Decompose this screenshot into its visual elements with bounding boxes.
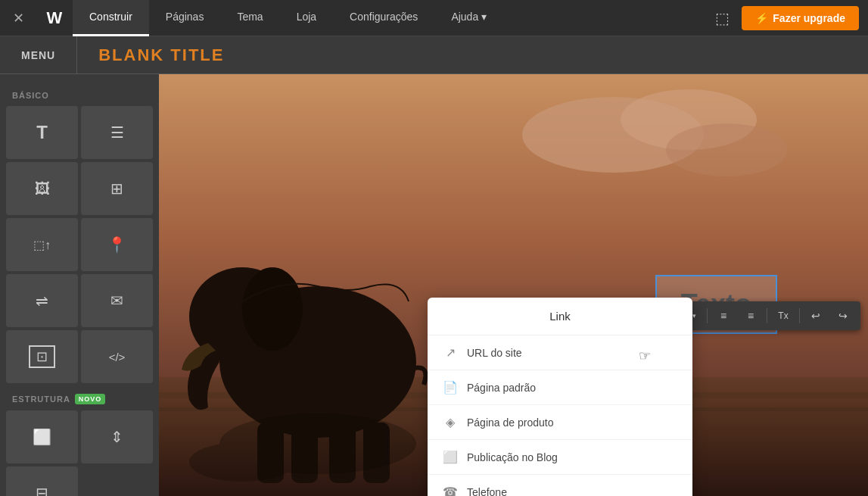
device-toggle-button[interactable]: ⬚	[709, 9, 736, 27]
map-icon: 📍	[107, 236, 126, 254]
product-icon: ◈	[443, 415, 458, 429]
toolbar-list-button[interactable]: ≡	[711, 304, 736, 327]
link-option-phone-label: Telefone	[467, 486, 507, 497]
upgrade-label: Fazer upgrade	[773, 12, 845, 24]
page-title: BLANK TITLE	[77, 45, 245, 65]
svg-point-3	[666, 123, 787, 176]
redo-icon: ↪	[838, 310, 848, 322]
tab-construir[interactable]: Construir	[73, 0, 149, 36]
button-icon: ⊡	[29, 345, 55, 368]
toolbar-undo-button[interactable]: ↩	[803, 304, 829, 327]
sidebar-item-button[interactable]: ⊡	[6, 330, 78, 383]
sidebar-item-divider[interactable]: ⇌	[6, 274, 78, 327]
spacer-icon: ⇕	[110, 428, 123, 446]
link-option-page[interactable]: 📄 Página padrão	[428, 370, 692, 405]
tab-loja[interactable]: Loja	[280, 0, 333, 36]
contact-icon: ✉	[110, 292, 123, 310]
toolbar-divider-3	[799, 308, 800, 323]
link-option-product[interactable]: ◈ Página de produto	[428, 405, 692, 440]
text-icon: T	[36, 122, 48, 143]
link-option-url[interactable]: ↗ URL do site ☞	[428, 335, 692, 370]
top-nav: ✕ W Construir Páginas Tema Loja Configur…	[0, 0, 868, 36]
link-option-product-label: Página de produto	[467, 416, 553, 429]
close-icon: ✕	[13, 10, 24, 27]
svg-point-15	[189, 442, 295, 482]
upgrade-button[interactable]: ⚡ Fazer upgrade	[742, 6, 859, 30]
sidebar-item-spacer[interactable]: ⇕	[81, 410, 153, 463]
link-option-blog-label: Publicação no Blog	[467, 451, 558, 463]
sidebar-item-image[interactable]: 🖼	[6, 162, 78, 215]
sidebar-item-code[interactable]: </>	[81, 330, 153, 383]
sidebar-item-slideshow[interactable]: ⬚↑	[6, 218, 78, 271]
sidebar-item-contact[interactable]: ✉	[81, 274, 153, 327]
sidebar-grid-estrutura: ⬜ ⇕ ⊟	[6, 410, 153, 496]
toolbar-clear-format-button[interactable]: Tx	[770, 304, 796, 327]
ordered-list-icon: ≡	[748, 310, 754, 322]
sidebar-grid-basico: T ☰ 🖼 ⊞ ⬚↑ 📍 ⇌ ✉ ⊡	[6, 106, 153, 383]
phone-icon: ☎	[443, 485, 458, 496]
upgrade-icon: ⚡	[755, 12, 768, 24]
close-button[interactable]: ✕	[0, 0, 36, 36]
page-icon: 📄	[443, 380, 458, 395]
novo-badge: NOVO	[75, 394, 106, 404]
svg-point-9	[242, 267, 303, 351]
estrutura-label: ESTRUTURA NOVO	[6, 389, 153, 410]
url-icon: ↗	[443, 345, 458, 360]
menu-tab[interactable]: MENU	[0, 36, 77, 73]
link-dropdown: Link ↗ URL do site ☞ 📄 Página padrão ◈ P…	[428, 298, 692, 496]
toolbar-ordered-list-button[interactable]: ≡	[738, 304, 764, 327]
cursor-pointer-icon: ☞	[639, 348, 651, 364]
logo: W	[36, 0, 73, 36]
blog-icon: ⬜	[443, 450, 458, 464]
toolbar-divider-2	[767, 308, 767, 323]
image-icon: 🖼	[35, 180, 50, 198]
sidebar-item-gallery[interactable]: ⊞	[81, 162, 153, 215]
link-option-phone[interactable]: ☎ Telefone	[428, 475, 692, 496]
tab-tema[interactable]: Tema	[220, 0, 279, 36]
tab-configuracoes[interactable]: Configurações	[333, 0, 434, 36]
device-icon: ⬚	[715, 10, 730, 27]
tab-paginas[interactable]: Páginas	[149, 0, 221, 36]
basico-label: BÁSICO	[6, 86, 153, 106]
sidebar-item-paragraph[interactable]: ☰	[81, 106, 153, 159]
clear-format-icon: Tx	[778, 310, 788, 321]
secondary-bar: MENU BLANK TITLE	[0, 36, 868, 74]
link-option-url-label: URL do site	[467, 347, 522, 359]
link-dropdown-header: Link	[428, 298, 692, 335]
tab-ajuda[interactable]: Ajuda ▾	[434, 0, 503, 36]
section-icon: ⬜	[33, 428, 51, 446]
sidebar-item-map[interactable]: 📍	[81, 218, 153, 271]
nav-tabs: Construir Páginas Tema Loja Configuraçõe…	[73, 0, 709, 36]
sidebar-item-strip[interactable]: ⊟	[6, 466, 78, 496]
unordered-list-icon: ≡	[720, 310, 726, 322]
sidebar: BÁSICO T ☰ 🖼 ⊞ ⬚↑ 📍 ⇌ ✉	[0, 74, 159, 496]
canvas: Texto 🔗 ≡▾ ≡ ≡ Tx ↩	[159, 74, 868, 496]
toolbar-redo-button[interactable]: ↪	[830, 304, 856, 327]
sidebar-item-section[interactable]: ⬜	[6, 410, 78, 463]
gallery-icon: ⊞	[110, 179, 123, 198]
slideshow-icon: ⬚↑	[33, 238, 51, 252]
divider-icon: ⇌	[36, 292, 48, 310]
nav-right: ⬚ ⚡ Fazer upgrade	[709, 6, 868, 30]
undo-icon: ↩	[811, 310, 820, 322]
strip-icon: ⊟	[36, 484, 48, 496]
link-option-blog[interactable]: ⬜ Publicação no Blog	[428, 440, 692, 475]
link-option-page-label: Página padrão	[467, 382, 536, 394]
sidebar-item-text[interactable]: T	[6, 106, 78, 159]
paragraph-icon: ☰	[110, 123, 124, 142]
main-layout: BÁSICO T ☰ 🖼 ⊞ ⬚↑ 📍 ⇌ ✉	[0, 74, 868, 496]
toolbar-divider-1	[707, 308, 708, 323]
code-icon: </>	[109, 351, 126, 363]
